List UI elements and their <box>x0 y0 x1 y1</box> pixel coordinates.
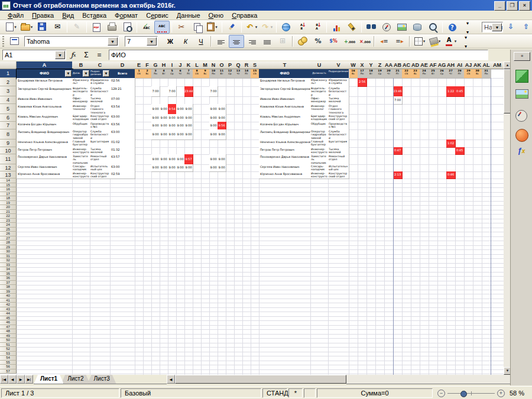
cell-department-2[interactable]: Производство №1 <box>328 122 349 130</box>
row-header-44[interactable]: 44 <box>0 312 17 316</box>
cell-day-10[interactable]: 9:00 <box>209 122 218 130</box>
row-header-3[interactable]: 3 <box>0 86 17 96</box>
column-header-N[interactable]: N <box>209 61 218 69</box>
cell-name-2[interactable]: Иванов Иван Иванович <box>259 96 311 105</box>
row-header-19[interactable]: 19 <box>0 201 17 206</box>
dropdown-arrow-icon[interactable]: ▾ <box>14 25 17 30</box>
row-header-30[interactable]: 30 <box>0 249 17 254</box>
cut-button[interactable]: ✂ <box>174 21 189 34</box>
zoom-thumb[interactable] <box>460 391 467 397</box>
gallery-sphere-icon[interactable] <box>515 129 528 142</box>
cell-day-5[interactable]: 7:00 <box>168 86 177 97</box>
sheet-tab-Лист1[interactable]: Лист1 <box>34 375 64 384</box>
cell-T1-fio-header[interactable]: ФИО <box>259 69 311 79</box>
day-header-7[interactable]: 7Пт <box>184 69 193 79</box>
day-header-18[interactable]: 18Вт <box>366 69 376 79</box>
align-right-button[interactable] <box>244 35 259 48</box>
cell-department-2[interactable]: Бухгалтерия <box>328 140 349 148</box>
column-header-AL[interactable]: AL <box>482 61 491 69</box>
email-button[interactable]: ✉ <box>50 21 65 34</box>
cell-name[interactable]: Пономаренко Дарья Николаевна <box>17 154 73 165</box>
equals-button[interactable]: = <box>93 50 105 60</box>
cell-day-6[interactable]: 9:00 <box>176 104 185 115</box>
column-header-P[interactable]: P <box>226 61 235 69</box>
cell-position[interactable]: Инженер-технолог <box>72 104 90 115</box>
column-header-AE[interactable]: AE <box>420 61 429 69</box>
sort-ascending-button[interactable]: АЯ↓ <box>294 21 309 34</box>
undo-button[interactable]: ↶▾ <box>244 21 259 34</box>
day-header-1[interactable]: 1Сб <box>135 69 144 79</box>
print-button[interactable] <box>104 21 119 34</box>
cell-department[interactable]: Служба безопасности <box>90 129 111 140</box>
row-header-45[interactable]: 45 <box>0 316 17 321</box>
row-header-57[interactable]: 57 <box>0 369 17 374</box>
cell-day-7[interactable]: 23:44 <box>184 86 193 97</box>
cell-day-7[interactable]: 9:57 <box>184 154 193 165</box>
column-header-W[interactable]: W <box>349 61 358 69</box>
cell-day-21[interactable]: 0:47 <box>393 147 403 155</box>
day-header-28[interactable]: 28Пт <box>455 69 465 79</box>
first-sheet-icon[interactable]: |◀ <box>0 375 8 384</box>
function-wizard-icon[interactable]: ƒx <box>515 145 527 157</box>
cell-department-2[interactable]: Ремонтный отдел <box>328 154 349 165</box>
row-header-5[interactable]: 5 <box>0 104 17 114</box>
font-name-combo[interactable]: Tahoma▼ <box>24 36 119 47</box>
dropdown-arrow-icon[interactable]: ▾ <box>215 25 218 30</box>
cell-name[interactable]: Коваль Максим Андреевич <box>17 114 73 122</box>
column-header-L[interactable]: L <box>193 61 202 69</box>
formula-input[interactable]: ФИО <box>109 50 488 60</box>
find-previous-button[interactable]: ⇧ <box>518 21 532 34</box>
page-preview-button[interactable] <box>119 21 135 34</box>
cell-day-3[interactable]: 9:00 <box>151 164 160 172</box>
row-header-43[interactable]: 43 <box>0 307 17 312</box>
hyperlink-button[interactable] <box>278 21 294 34</box>
cell-position-2[interactable]: Главный бухгалтер <box>310 140 329 148</box>
cell-day-4[interactable]: 9:00 <box>160 104 168 115</box>
day-header-8[interactable]: 8Сб <box>193 69 202 79</box>
italic-button[interactable]: К <box>178 35 193 48</box>
column-header-U[interactable]: U <box>310 61 329 69</box>
font-size-combo[interactable]: 7▼ <box>125 36 158 47</box>
cell-day-21[interactable]: 23:46 <box>393 86 403 97</box>
cell-position[interactable]: Главный бухгалтер <box>72 140 90 148</box>
row-header-37[interactable]: 37 <box>0 281 17 286</box>
cell-department[interactable]: Конструкторский отдел <box>90 171 111 179</box>
cell-department-2[interactable]: Конструкторский отдел <box>328 171 349 179</box>
cell-name-2[interactable]: Немченко Ульяна Александровна <box>259 140 311 148</box>
day-header-9[interactable]: 9Вс <box>201 69 210 79</box>
column-header-AK[interactable]: AK <box>473 61 482 69</box>
day-header-30[interactable]: 30Вс <box>473 69 482 79</box>
cell-day-5[interactable]: 9:54 <box>168 104 177 115</box>
cell-day-10[interactable]: 7:00 <box>209 86 218 97</box>
row-header-41[interactable]: 41 <box>0 299 17 303</box>
zoom-in-icon[interactable]: + <box>497 390 505 397</box>
cell-name[interactable]: Ковалева Юлия Анатольевна <box>17 104 73 115</box>
cell-A1-fio-header[interactable]: ФИО▼ <box>17 69 73 79</box>
cell-day-21[interactable]: 2:13 <box>393 171 403 179</box>
dropdown-arrow-icon[interactable]: ▾ <box>455 39 457 44</box>
menu-Сервис[interactable]: Сервис <box>142 11 173 20</box>
cell-day-4[interactable]: 9:00 <box>160 154 168 165</box>
column-header-Q[interactable]: Q <box>234 61 243 69</box>
cell-day-5[interactable]: 9:00 <box>168 129 177 140</box>
cell-day-11[interactable]: 9:56 <box>218 122 226 130</box>
cell-department-2[interactable]: Служба безопасности <box>328 86 349 97</box>
cell-day-10[interactable]: 9:00 <box>209 164 218 172</box>
cell-department[interactable]: Тысяча мелочей <box>90 96 111 105</box>
dropdown-arrow-icon[interactable]: ▾ <box>31 25 33 30</box>
cell-day-10[interactable]: 9:00 <box>209 129 218 140</box>
day-header-22[interactable]: 22Сб <box>402 69 411 79</box>
cell-day-7[interactable]: 9:00 <box>184 129 193 140</box>
close-button[interactable]: × <box>519 1 530 11</box>
row-header-39[interactable]: 39 <box>0 290 17 294</box>
row-header-52[interactable]: 52 <box>0 347 17 352</box>
spellcheck-button[interactable]: ABC✓ <box>139 21 154 34</box>
cell-day-3[interactable]: 7:00 <box>151 86 160 97</box>
column-header-A[interactable]: A <box>17 61 73 69</box>
row-header-42[interactable]: 42 <box>0 303 17 307</box>
row-header-6[interactable]: 6 <box>0 114 17 122</box>
cell-day-5[interactable]: 9:00 <box>168 164 177 172</box>
column-header-O[interactable]: O <box>218 61 226 69</box>
cell-position-2[interactable]: Офис-менеджер <box>310 96 329 105</box>
cell-position[interactable]: Инженер-конструктор <box>72 171 90 179</box>
